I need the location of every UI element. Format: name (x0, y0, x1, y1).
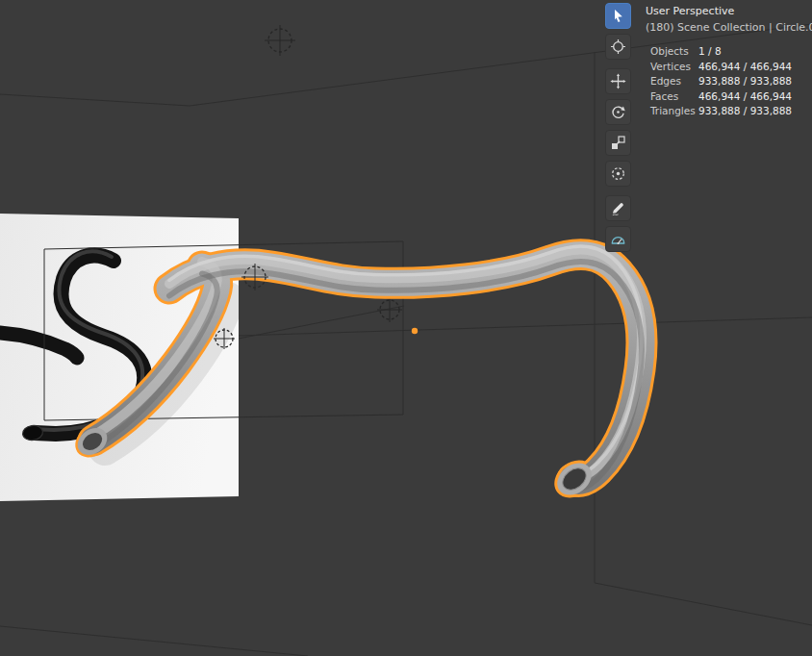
scale-squares-icon (610, 135, 626, 151)
tool-rotate-button[interactable] (605, 99, 631, 125)
tool-annotate-button[interactable] (605, 195, 631, 221)
viewport-header: User Perspective (180) Scene Collection … (646, 4, 812, 36)
stat-row-vertices: Vertices 466,944 / 466,944 (650, 60, 792, 75)
tool-transform-button[interactable] (605, 161, 631, 187)
object-origin-dot (412, 328, 418, 334)
tool-move-button[interactable] (605, 68, 631, 94)
stat-label: Edges (650, 74, 698, 89)
move-arrows-icon (610, 73, 626, 89)
stat-label: Triangles (650, 104, 698, 119)
scene-statistics: Objects 1 / 8 Vertices 466,944 / 466,944… (650, 44, 792, 119)
stat-value: 466,944 / 466,944 (698, 89, 792, 105)
blender-3d-viewport: { "header": { "view_label": "User Perspe… (0, 0, 812, 656)
transform-gizmo-icon (610, 165, 626, 182)
stat-row-objects: Objects 1 / 8 (650, 44, 792, 60)
cursor-arrow-icon (610, 8, 626, 24)
tool-toolbar (605, 3, 631, 252)
measure-protractor-icon (610, 231, 626, 247)
annotate-pen-icon (610, 200, 626, 216)
stat-value: 466,944 / 466,944 (698, 60, 792, 75)
stat-label: Objects (650, 44, 698, 60)
rotate-arrow-icon (610, 104, 626, 120)
stat-row-triangles: Triangles 933,888 / 933,888 (650, 104, 792, 119)
stat-row-faces: Faces 466,944 / 466,944 (650, 89, 792, 105)
stat-label: Vertices (650, 60, 698, 75)
tool-measure-button[interactable] (605, 226, 631, 252)
tool-scale-button[interactable] (605, 130, 631, 156)
view-perspective-label: User Perspective (646, 4, 812, 20)
stat-row-edges: Edges 933,888 / 933,888 (650, 74, 792, 89)
stat-value: 1 / 8 (698, 44, 722, 60)
stat-value: 933,888 / 933,888 (698, 104, 792, 119)
stat-label: Faces (650, 89, 698, 105)
crosshair-circle-icon (610, 38, 626, 55)
stat-value: 933,888 / 933,888 (698, 74, 792, 89)
active-collection-label: (180) Scene Collection | Circle.004 (646, 20, 812, 37)
tool-cursor-button[interactable] (605, 34, 631, 60)
tool-tweak-select-button[interactable] (605, 3, 631, 29)
